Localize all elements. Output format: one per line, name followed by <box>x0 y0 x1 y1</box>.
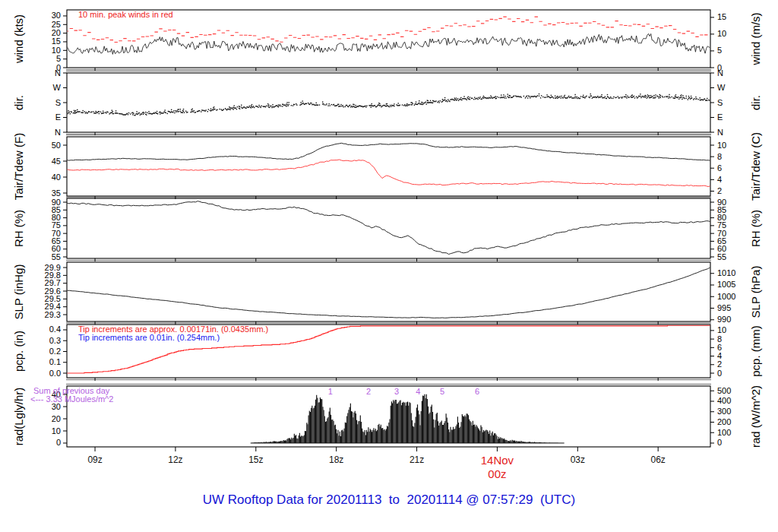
meteogram-page: 051015202530051015wind (kts)wind (m/s)10… <box>0 0 778 532</box>
series-group <box>251 394 565 443</box>
y-tick-label-right: 2 <box>717 186 722 195</box>
y-tick-label-right: N <box>717 68 723 78</box>
y-tick-label: 10 <box>52 46 61 55</box>
y-tick-label: S <box>55 98 61 107</box>
y-tick-label-right: 990 <box>717 315 731 324</box>
y-tick-label-right: 995 <box>717 303 731 312</box>
y-tick-label-right: 90 <box>717 198 726 207</box>
y-tick-label-right: 4 <box>717 351 722 360</box>
axis-title-left-dir: dir. <box>12 95 25 110</box>
y-tick-label-right: W <box>717 83 726 92</box>
annotation-rad: <--- 3.33 MJoules/m^2 <box>30 394 113 404</box>
meteogram-plot: 051015202530051015wind (kts)wind (m/s)10… <box>0 0 778 532</box>
axis-title-left-temp: Tair/Tdew (F) <box>12 133 25 200</box>
y-tick-label-right: 8 <box>717 334 722 344</box>
y-tick-label: 55 <box>52 252 61 261</box>
y-tick-label: 0.3 <box>49 336 61 345</box>
y-tick-label-right: 70 <box>717 229 726 238</box>
annotation-rad: 3 <box>394 387 399 396</box>
y-tick-label: 29.5 <box>45 294 61 303</box>
y-tick-label-right: 6 <box>717 343 722 352</box>
y-tick-label-right: 10 <box>717 141 726 150</box>
x-tick-label: 03z <box>571 454 585 465</box>
y-tick-label-right: 300 <box>717 407 731 416</box>
panel-slp: 29.329.429.529.629.729.829.9990995100010… <box>12 262 762 325</box>
y-tick-label: E <box>55 112 61 122</box>
y-tick-label: N <box>55 128 61 137</box>
axis-title-right-dir: dir. <box>749 95 762 110</box>
axis-title-left-rad: rad(Lgly/hr) <box>12 388 25 446</box>
series-solar-radiation-lgly-hr <box>251 394 565 443</box>
x-tick-label: 21z <box>410 454 424 465</box>
x-tick-label: 18z <box>329 454 343 465</box>
axis-title-right-pcp: pcp. (mm) <box>749 325 762 377</box>
annotation-rad: 5 <box>440 387 444 396</box>
y-tick-label: 85 <box>52 205 61 214</box>
y-tick-label: 75 <box>52 220 61 230</box>
series-air-temperature-f <box>67 143 710 160</box>
series-relative-humidity-pct <box>67 201 710 255</box>
y-tick-label: 80 <box>52 213 61 222</box>
y-tick-label-right: 0 <box>717 369 722 378</box>
y-tick-label-right: 85 <box>717 205 726 214</box>
y-tick-label-right: S <box>717 98 723 107</box>
y-tick-label-right: 55 <box>717 252 726 261</box>
y-tick-label-right: 200 <box>717 417 731 426</box>
y-tick-label-right: 500 <box>717 386 731 395</box>
y-tick-label-right: 400 <box>717 396 731 405</box>
y-tick-label-right: 15 <box>717 12 726 21</box>
y-tick-label: 35 <box>52 188 61 198</box>
y-tick-label-right: 0 <box>717 438 722 447</box>
y-tick-label-right: N <box>717 128 723 137</box>
panel-rh: 55606570758085905560657075808590RH (%)RH… <box>12 198 762 261</box>
y-tick-label: 29.8 <box>45 271 61 280</box>
x-tick-label: 09z <box>87 454 102 465</box>
y-tick-label: 45 <box>52 157 61 166</box>
y-tick-label-right: 4 <box>717 175 722 184</box>
panel-border <box>67 137 710 196</box>
series-group <box>65 17 710 54</box>
panel-rad: 0102030400100200300400500rad(Lgly/hr)rad… <box>12 385 762 451</box>
y-tick-label: 60 <box>52 244 61 253</box>
y-tick-label: 0.4 <box>49 325 61 334</box>
y-tick-label-right: 65 <box>717 236 726 245</box>
series-dewpoint-f <box>67 160 710 187</box>
panel-wind: 051015202530051015wind (kts)wind (m/s)10… <box>12 10 762 72</box>
y-tick-label: 10 <box>52 426 61 435</box>
y-tick-label: 25 <box>52 20 61 29</box>
annotation-pcp: Tip increments are 0.01in. (0.254mm.) <box>78 333 220 342</box>
annotation-rad: 2 <box>366 387 371 396</box>
y-tick-label-right: 2 <box>717 359 722 369</box>
axis-title-right-rad: rad (W/m^2) <box>749 385 762 448</box>
axis-title-left-wind: wind (kts) <box>12 14 25 64</box>
y-tick-label: 20 <box>52 28 61 37</box>
y-tick-label: 0.0 <box>49 369 61 378</box>
y-tick-label: 29.3 <box>45 310 61 319</box>
y-tick-label: N <box>55 68 61 78</box>
y-tick-label: 90 <box>52 198 61 207</box>
y-tick-label-right: 100 <box>717 428 731 437</box>
panel-border <box>67 198 710 258</box>
panel-pcp: 0.00.10.20.30.40246810pcp. (in)pcp. (mm)… <box>12 325 762 381</box>
panel-border <box>67 73 710 132</box>
series-group <box>67 201 710 255</box>
x-tick-label-hour: 00z <box>488 467 506 480</box>
panel-dir: NESWNNESWNdir.dir. <box>12 68 762 137</box>
y-tick-label-right: 1000 <box>717 292 735 301</box>
x-tick-label: 15z <box>248 454 263 465</box>
x-tick-label: 12z <box>168 454 182 465</box>
y-tick-label: 0.1 <box>49 357 61 366</box>
annotation-rad: 1 <box>328 387 333 396</box>
series-group <box>67 143 710 186</box>
y-tick-label: 29.9 <box>45 263 61 272</box>
axis-title-right-rh: RH (%) <box>749 210 762 247</box>
y-tick-label: 50 <box>52 141 61 150</box>
y-tick-label-right: E <box>717 112 723 122</box>
y-tick-label-right: 1005 <box>717 280 735 289</box>
y-tick-label: 15 <box>52 36 61 46</box>
y-tick-label: 29.6 <box>45 287 61 296</box>
series-group <box>66 93 710 116</box>
axis-title-left-pcp: pcp. (in) <box>12 331 25 372</box>
series-group <box>67 268 710 318</box>
y-tick-label-right: 10 <box>717 325 726 334</box>
